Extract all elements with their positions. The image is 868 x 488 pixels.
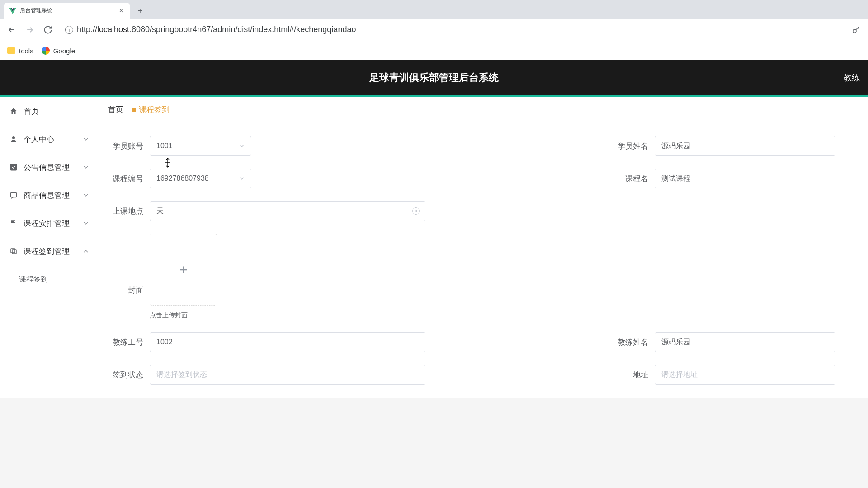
bookmark-tools[interactable]: tools [7,47,33,55]
course-id-select[interactable]: 1692786807938 [150,169,251,188]
key-icon[interactable] [850,23,863,36]
upload-tip: 点击上传封面 [150,311,217,319]
flag-icon [9,219,18,228]
forward-button[interactable] [24,23,36,36]
clear-icon[interactable]: × [412,207,420,215]
info-icon: i [65,26,73,34]
chevron-down-icon [83,164,89,170]
location-field[interactable]: 天 × [150,201,425,221]
input-value: 源码乐园 [661,338,690,347]
bookmarks-bar: tools Google [0,41,868,60]
input-value: 1002 [156,338,173,346]
folder-icon [7,47,15,54]
page-tabs: 首页 课程签到 [97,97,868,122]
svg-rect-4 [12,250,16,254]
plus-icon: + [179,262,188,278]
reload-button[interactable] [42,23,54,36]
select-value: 1001 [156,142,239,150]
sidebar: 首页 个人中心 公告信息管理 商品信息管理 课程安排管理 课程签到管理 [0,97,97,398]
svg-point-0 [853,29,856,33]
chevron-down-icon [83,136,89,142]
input-value: 天 [156,206,164,216]
tab-label: 首页 [108,104,123,115]
address-select[interactable]: 请选择地址 [655,365,835,385]
select-placeholder: 请选择地址 [661,370,829,380]
browser-tab-strip: 后台管理系统 × + [0,0,868,19]
header-user-role: 教练 [844,72,860,83]
menu-label: 首页 [24,106,39,117]
menu-label: 公告信息管理 [24,162,70,173]
upload-cover-button[interactable]: + [150,234,217,306]
address-label: 地址 [626,370,648,380]
sidebar-item-signin-mgmt[interactable]: 课程签到管理 [0,237,97,265]
cover-label: 封面 [112,285,143,296]
chevron-down-icon [239,176,245,181]
menu-label: 课程安排管理 [24,218,70,229]
checkbox-icon [9,163,18,172]
user-icon [9,135,18,144]
home-icon [9,107,18,116]
input-value: 源码乐园 [661,141,690,151]
select-placeholder: 请选择签到状态 [156,370,419,380]
copy-icon [9,247,18,256]
student-name-field[interactable]: 源码乐园 [655,136,835,156]
student-name-label: 学员姓名 [617,141,648,151]
message-icon [9,191,18,200]
menu-label: 课程签到 [19,275,48,284]
course-id-label: 课程编号 [112,174,143,184]
menu-label: 商品信息管理 [24,190,70,201]
svg-rect-5 [11,249,15,253]
select-value: 1692786807938 [156,174,239,183]
sidebar-item-home[interactable]: 首页 [0,97,97,125]
coach-name-label: 教练姓名 [617,337,648,347]
main-content: 首页 课程签到 学员账号 1001 学员姓名 [97,97,868,398]
sidebar-item-notice[interactable]: 公告信息管理 [0,153,97,181]
sidebar-item-schedule[interactable]: 课程安排管理 [0,209,97,237]
sidebar-item-product[interactable]: 商品信息管理 [0,181,97,209]
app-title: 足球青训俱乐部管理后台系统 [369,71,499,84]
course-name-field[interactable]: 测试课程 [655,169,835,188]
browser-address-bar: i http://localhost:8080/springbootr4n67/… [0,19,868,41]
signin-status-select[interactable]: 请选择签到状态 [150,365,425,385]
bookmark-label: Google [53,47,75,55]
dot-icon [132,108,136,112]
tab-title: 后台管理系统 [20,7,114,14]
location-label: 上课地点 [112,206,143,216]
tab-label: 课程签到 [139,104,170,115]
chevron-down-icon [83,221,89,226]
chevron-down-icon [239,143,245,149]
sidebar-item-signin[interactable]: 课程签到 [0,265,97,293]
student-id-select[interactable]: 1001 [150,136,251,156]
chevron-down-icon [83,192,89,198]
coach-id-field[interactable]: 1002 [150,332,425,352]
app-header: 足球青训俱乐部管理后台系统 教练 [0,60,868,97]
tab-signin[interactable]: 课程签到 [132,104,170,115]
chevron-up-icon [83,249,89,254]
bookmark-google[interactable]: Google [42,47,75,55]
signin-status-label: 签到状态 [112,370,143,380]
close-icon[interactable]: × [118,7,125,14]
course-name-label: 课程名 [621,174,648,184]
menu-label: 个人中心 [24,134,54,145]
svg-point-1 [12,136,15,139]
input-value: 测试课程 [661,174,690,183]
browser-tab[interactable]: 后台管理系统 × [4,3,130,19]
google-icon [42,47,50,55]
bookmark-label: tools [19,47,33,55]
new-tab-button[interactable]: + [134,5,146,17]
url-text: http://localhost:8080/springbootr4n67/ad… [77,25,356,34]
menu-label: 课程签到管理 [24,246,70,257]
form: 学员账号 1001 学员姓名 源码乐园 课程编号 [97,122,868,398]
tab-home[interactable]: 首页 [108,104,123,115]
svg-rect-3 [10,193,17,197]
url-field[interactable]: i http://localhost:8080/springbootr4n67/… [60,22,844,38]
coach-id-label: 教练工号 [112,337,143,347]
student-id-label: 学员账号 [112,141,143,151]
vue-icon [9,7,16,14]
back-button[interactable] [5,23,18,36]
svg-rect-2 [10,164,17,170]
coach-name-field[interactable]: 源码乐园 [655,332,835,352]
sidebar-item-personal[interactable]: 个人中心 [0,125,97,153]
